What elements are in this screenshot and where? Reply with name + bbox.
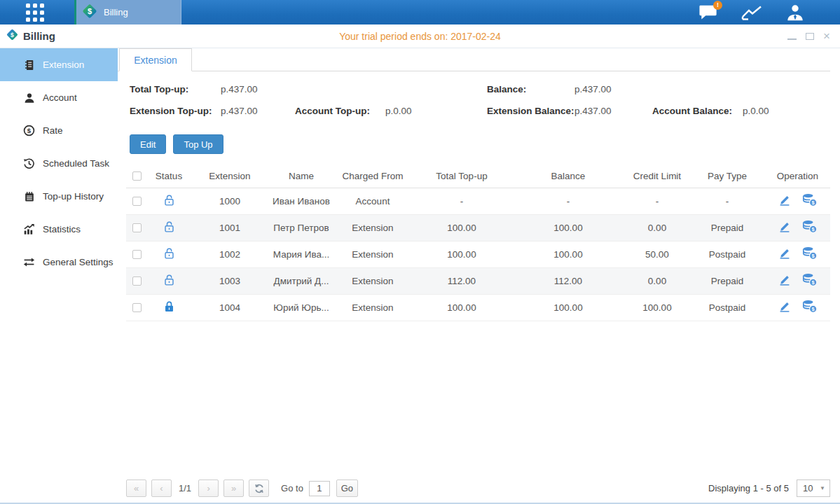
select-all-checkbox[interactable]: [132, 172, 142, 181]
tab-strip: Extension: [118, 48, 830, 71]
extension-cell: 1003: [191, 267, 269, 294]
extension-table: Status Extension Name Charged From Total…: [126, 164, 830, 321]
name-cell: Мария Ива...: [269, 241, 333, 267]
edit-button[interactable]: Edit: [130, 134, 166, 154]
sidebar-item-statistics[interactable]: Statistics: [0, 213, 118, 246]
tab-extension[interactable]: Extension: [119, 48, 192, 71]
person-icon: [23, 92, 35, 104]
table-row: 1002Мария Ива...Extension100.00100.0050.…: [126, 241, 830, 267]
row-checkbox[interactable]: [132, 303, 142, 312]
status-cell: [147, 214, 191, 241]
last-page-button[interactable]: »: [223, 479, 244, 497]
sidebar-item-rate[interactable]: $ Rate: [0, 114, 118, 147]
extension-cell: 1004: [191, 294, 269, 321]
row-topup-button[interactable]: $: [802, 300, 818, 315]
app-launcher-icon[interactable]: [26, 4, 44, 22]
name-cell: Петр Петров: [269, 214, 333, 241]
sidebar-item-label: Top-up History: [43, 191, 104, 202]
row-edit-button[interactable]: [778, 220, 791, 235]
extension-cell: 1001: [191, 214, 269, 241]
page-size-value: 10: [803, 483, 813, 493]
refresh-button[interactable]: [249, 479, 269, 497]
row-checkbox[interactable]: [132, 223, 142, 232]
row-topup-button[interactable]: $: [802, 273, 818, 288]
coins-dollar-icon: $: [802, 220, 818, 233]
resource-monitor-button[interactable]: [741, 3, 763, 22]
lock-open-icon: [163, 274, 175, 286]
next-page-button[interactable]: ›: [198, 479, 219, 497]
row-edit-button[interactable]: [778, 193, 791, 209]
dollar-circle-icon: $: [23, 125, 35, 136]
table-header-row: Status Extension Name Charged From Total…: [126, 164, 830, 188]
row-checkbox[interactable]: [132, 250, 142, 259]
account-topup-value: p.0.00: [385, 106, 412, 116]
pencil-icon: [778, 300, 791, 313]
svg-text:$: $: [27, 127, 32, 134]
top-up-button[interactable]: Top Up: [173, 134, 223, 154]
credit-limit-cell: 0.00: [625, 267, 689, 294]
pay-type-cell: Postpaid: [689, 241, 765, 267]
table-row: 1003Дмитрий Д...Extension112.00112.000.0…: [126, 267, 830, 294]
row-checkbox[interactable]: [132, 276, 142, 286]
balance-cell: 100.00: [511, 214, 625, 241]
billing-diamond-icon: $: [81, 3, 98, 22]
sidebar-item-label: Rate: [43, 125, 63, 136]
taskbar-tab-label: Billing: [104, 7, 128, 18]
col-extension: Extension: [191, 164, 269, 188]
prev-page-button[interactable]: ‹: [151, 479, 172, 497]
go-button[interactable]: Go: [336, 479, 358, 497]
row-topup-button[interactable]: $: [802, 193, 818, 209]
sidebar: Extension Account $ Rate: [0, 48, 118, 503]
balance-value: p.437.00: [574, 84, 612, 94]
svg-text:$: $: [11, 31, 14, 38]
row-edit-button[interactable]: [778, 246, 791, 262]
pencil-icon: [778, 220, 791, 233]
col-name: Name: [269, 164, 333, 188]
row-checkbox[interactable]: [132, 197, 142, 206]
charged-from-cell: Extension: [333, 294, 412, 321]
user-menu-button[interactable]: [784, 3, 806, 22]
total-topup-cell: 100.00: [412, 294, 511, 321]
sidebar-item-scheduled-task[interactable]: Scheduled Task: [0, 147, 118, 180]
extension-cell: 1000: [191, 188, 269, 214]
total-topup-cell: 112.00: [412, 267, 511, 294]
row-topup-button[interactable]: $: [802, 246, 818, 262]
sidebar-item-label: Statistics: [43, 224, 81, 234]
close-button[interactable]: ×: [823, 31, 830, 41]
maximize-button[interactable]: [806, 33, 814, 40]
total-topup-label: Total Top-up:: [130, 84, 188, 94]
goto-page-input[interactable]: [309, 481, 330, 496]
row-topup-button[interactable]: $: [802, 220, 818, 235]
lock-open-icon: [163, 220, 175, 233]
name-cell: Юрий Юрь...: [269, 294, 333, 321]
sidebar-item-label: General Settings: [43, 257, 113, 267]
balance-cell: 100.00: [511, 294, 625, 321]
sidebar-item-general-settings[interactable]: General Settings: [0, 246, 118, 279]
col-credit-limit: Credit Limit: [625, 164, 689, 188]
notifications-button[interactable]: !: [697, 3, 719, 22]
col-pay-type: Pay Type: [689, 164, 765, 188]
extension-balance-value: p.437.00: [574, 106, 612, 116]
extension-balance-label: Extension Balance:: [487, 106, 574, 116]
account-balance-label: Account Balance:: [652, 106, 732, 116]
row-edit-button[interactable]: [778, 273, 791, 288]
lock-open-icon: [163, 194, 175, 206]
sidebar-item-extension[interactable]: Extension: [0, 48, 118, 81]
billing-summary: Total Top-up: p.437.00 Balance: p.437.00…: [118, 71, 840, 134]
table-row: 1000Иван ИвановAccount----$: [126, 188, 830, 214]
sidebar-item-account[interactable]: Account: [0, 81, 118, 114]
minimize-button[interactable]: [787, 38, 797, 40]
taskbar-billing-tab[interactable]: $ Billing: [74, 0, 181, 24]
total-topup-cell: 100.00: [412, 241, 511, 267]
credit-limit-cell: 0.00: [625, 214, 689, 241]
sidebar-item-topup-history[interactable]: Top-up History: [0, 180, 118, 213]
coins-dollar-icon: $: [802, 193, 818, 206]
first-page-button[interactable]: «: [126, 479, 146, 497]
window-title-bar: $ Billing Your trial period ends on: 201…: [0, 24, 840, 48]
credit-limit-cell: -: [625, 188, 689, 214]
row-edit-button[interactable]: [778, 300, 791, 315]
pagination-bar: « ‹ 1/1 › » Go to Go Displaying 1 - 5 of…: [126, 479, 830, 498]
extension-topup-value: p.437.00: [221, 106, 258, 116]
page-size-select[interactable]: 10 ▼: [797, 479, 830, 497]
sidebar-item-label: Scheduled Task: [43, 158, 109, 169]
